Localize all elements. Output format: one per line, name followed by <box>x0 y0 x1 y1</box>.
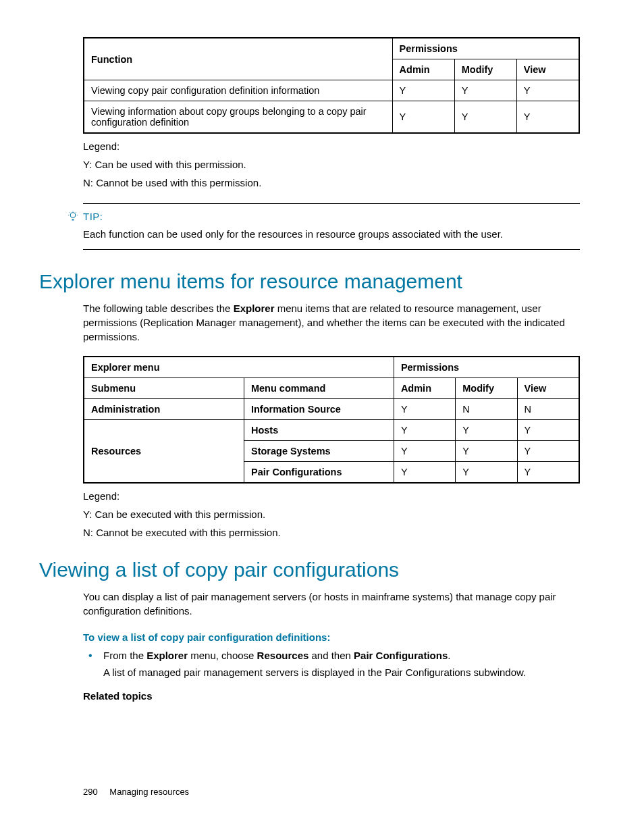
legend-1: Legend: Y: Can be used with this permiss… <box>83 140 580 188</box>
procedure-list: From the Explorer menu, choose Resources… <box>83 650 580 661</box>
page-number: 290 <box>83 787 98 797</box>
svg-point-0 <box>70 213 76 218</box>
section-heading-explorer: Explorer menu items for resource managem… <box>39 270 580 293</box>
legend-n: N: Cannot be executed with this permissi… <box>83 527 580 538</box>
col-view: View <box>517 378 579 399</box>
explorer-menu-table: Explorer menu Permissions Submenu Menu c… <box>83 356 580 484</box>
col-function: Function <box>84 38 392 80</box>
col-modify: Modify <box>456 378 517 399</box>
col-permissions: Permissions <box>392 38 579 59</box>
chapter-title: Managing resources <box>109 787 189 797</box>
legend-2: Legend: Y: Can be executed with this per… <box>83 490 580 538</box>
section2-intro: You can display a list of pair managemen… <box>83 590 580 618</box>
table-row: Administration Information Source Y N N <box>84 399 579 420</box>
tip-text: Each function can be used only for the r… <box>83 228 580 240</box>
table-row: Viewing information about copy groups be… <box>84 101 579 134</box>
permissions-table-1: Function Permissions Admin Modify View V… <box>83 37 580 134</box>
col-view: View <box>516 59 579 80</box>
procedure-result: A list of managed pair management server… <box>103 667 580 678</box>
list-item: From the Explorer menu, choose Resources… <box>83 650 580 661</box>
page-footer: 290 Managing resources <box>83 787 189 797</box>
table-row: Resources Hosts Y Y Y <box>84 420 579 441</box>
col-command: Menu command <box>244 378 394 399</box>
legend-n: N: Cannot be used with this permission. <box>83 177 580 188</box>
col-admin: Admin <box>394 378 455 399</box>
procedure-heading: To view a list of copy pair configuratio… <box>83 631 580 643</box>
col-explorer: Explorer menu <box>84 357 394 378</box>
col-submenu: Submenu <box>84 378 244 399</box>
col-admin: Admin <box>392 59 454 80</box>
legend-title: Legend: <box>83 490 580 502</box>
tip-box: TIP: Each function can be used only for … <box>83 203 580 250</box>
legend-y: Y: Can be executed with this permission. <box>83 509 580 520</box>
col-permissions: Permissions <box>394 357 579 378</box>
section-heading-viewing: Viewing a list of copy pair configuratio… <box>39 558 580 581</box>
tip-label: TIP: <box>83 211 103 222</box>
section1-intro: The following table describes the Explor… <box>83 301 580 344</box>
col-modify: Modify <box>454 59 516 80</box>
related-topics-heading: Related topics <box>83 690 580 702</box>
legend-y: Y: Can be used with this permission. <box>83 159 580 170</box>
table-row: Viewing copy pair configuration definiti… <box>84 80 579 101</box>
lightbulb-icon <box>67 210 79 225</box>
legend-title: Legend: <box>83 140 580 152</box>
document-page: Function Permissions Admin Modify View V… <box>0 0 644 834</box>
